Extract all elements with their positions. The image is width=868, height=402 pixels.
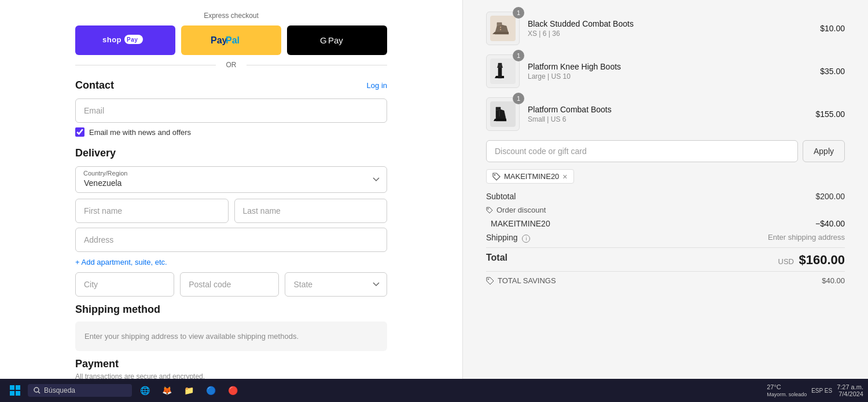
shipping-method-info: Enter your shipping address to view avai… bbox=[84, 332, 299, 341]
svg-text:Pal: Pal bbox=[226, 35, 240, 45]
taskbar: Búsqueda 🌐 🦊 📁 🔵 🔴 27°C Mayorm. soleado … bbox=[0, 379, 868, 402]
postal-field[interactable] bbox=[180, 272, 279, 297]
subtotal-label: Subtotal bbox=[486, 192, 516, 201]
name-row bbox=[75, 199, 387, 223]
taskbar-app-icon-3[interactable]: 📁 bbox=[178, 382, 199, 399]
taskbar-app-icon-5[interactable]: 🔴 bbox=[222, 382, 243, 399]
svg-rect-15 bbox=[10, 385, 14, 390]
order-item-1: 1 Black Studded Combat Boots XS | 6 | 36… bbox=[486, 12, 845, 45]
shipping-title: Shipping method bbox=[75, 304, 387, 316]
svg-point-19 bbox=[34, 388, 39, 392]
svg-point-8 bbox=[500, 27, 501, 28]
taskbar-datetime: 7:27 a.m. 7/4/2024 bbox=[837, 383, 863, 397]
paypal-button[interactable]: Pay Pal bbox=[181, 25, 281, 55]
total-divider bbox=[486, 247, 845, 248]
item-1-price: $10.00 bbox=[820, 24, 845, 33]
taskbar-weather: 27°C Mayorm. soleado bbox=[767, 383, 807, 397]
taskbar-language: ESP ES bbox=[811, 388, 832, 394]
svg-rect-10 bbox=[490, 59, 516, 84]
svg-text:Pay: Pay bbox=[127, 36, 138, 43]
shop-pay-button[interactable]: shop Pay bbox=[75, 25, 175, 55]
state-select[interactable]: State bbox=[285, 272, 387, 297]
discount-coupon-code: MAKEITMINE20 bbox=[491, 219, 550, 228]
shipping-row-label: Shipping i bbox=[486, 233, 530, 243]
address-field[interactable] bbox=[75, 228, 387, 252]
discount-code-row: Order discount bbox=[486, 206, 546, 214]
item-3-variant: Small | US 6 bbox=[528, 115, 807, 123]
discount-row: Apply bbox=[486, 140, 845, 162]
checkout-left-panel: Express checkout shop Pay Pay Pal G Pay bbox=[0, 0, 463, 402]
country-label: Country/Region bbox=[83, 170, 127, 177]
order-item-3: 1 Platform Combat Boots Small | US 6 $15… bbox=[486, 97, 845, 131]
taskbar-search-box[interactable]: Búsqueda bbox=[28, 384, 132, 397]
shop-pay-label: shop Pay bbox=[102, 34, 149, 47]
apply-button[interactable]: Apply bbox=[803, 140, 845, 162]
total-value: $160.00 bbox=[799, 253, 845, 267]
total-currency: USD bbox=[778, 257, 794, 266]
savings-text: TOTAL SAVINGS bbox=[498, 276, 556, 285]
item-2-badge: 1 bbox=[513, 50, 524, 61]
express-buttons-row: shop Pay Pay Pal G Pay bbox=[75, 25, 387, 55]
country-region-wrap: Country/Region Venezuela bbox=[75, 166, 387, 193]
email-news-label: Email me with news and offers bbox=[89, 128, 191, 137]
order-item-2: 1 Platform Knee High Boots Large | US 10… bbox=[486, 54, 845, 88]
express-checkout-label: Express checkout bbox=[75, 12, 387, 20]
item-2-price: $35.00 bbox=[820, 67, 845, 76]
email-news-row: Email me with news and offers bbox=[75, 127, 387, 137]
item-3-details: Platform Combat Boots Small | US 6 bbox=[528, 105, 807, 123]
svg-point-9 bbox=[500, 29, 501, 30]
delivery-title: Delivery bbox=[75, 147, 116, 159]
total-amount-wrap: USD $160.00 bbox=[778, 253, 845, 268]
discount-value: −$40.00 bbox=[815, 219, 845, 228]
gpay-button[interactable]: G Pay bbox=[287, 25, 387, 55]
item-3-name: Platform Combat Boots bbox=[528, 105, 807, 114]
item-3-price: $155.00 bbox=[815, 109, 845, 119]
first-name-field[interactable] bbox=[75, 199, 229, 223]
savings-value: $40.00 bbox=[822, 276, 845, 285]
taskbar-app-icon-1[interactable]: 🌐 bbox=[134, 382, 155, 399]
savings-tag-icon bbox=[486, 277, 494, 285]
total-label: Total bbox=[486, 253, 507, 268]
item-2-details: Platform Knee High Boots Large | US 10 bbox=[528, 62, 812, 81]
coupon-code-label: MAKEITMINE20 bbox=[504, 172, 559, 181]
log-in-link[interactable]: Log in bbox=[367, 81, 387, 90]
coupon-remove-button[interactable]: × bbox=[562, 173, 567, 181]
add-apt-link[interactable]: + Add apartment, suite, etc. bbox=[75, 258, 167, 266]
svg-point-12 bbox=[494, 174, 495, 175]
total-row: Total USD $160.00 bbox=[486, 253, 845, 268]
tag-icon bbox=[492, 173, 501, 181]
svg-text:Pay: Pay bbox=[211, 35, 227, 45]
coupon-tag-wrap: MAKEITMINE20 × bbox=[486, 169, 845, 192]
item-img-wrap-2: 1 bbox=[486, 54, 520, 88]
last-name-field[interactable] bbox=[234, 199, 388, 223]
taskbar-app-icon-4[interactable]: 🔵 bbox=[200, 382, 221, 399]
taskbar-time: 7:27 a.m. bbox=[837, 383, 863, 390]
svg-text:G: G bbox=[320, 35, 327, 45]
discount-input[interactable] bbox=[486, 140, 798, 162]
svg-line-20 bbox=[38, 392, 40, 393]
svg-rect-18 bbox=[16, 391, 20, 396]
contact-title: Contact bbox=[75, 79, 114, 92]
item-img-wrap-3: 1 bbox=[486, 97, 520, 131]
svg-point-13 bbox=[488, 208, 489, 209]
item-1-details: Black Studded Combat Boots XS | 6 | 36 bbox=[528, 19, 812, 38]
item-2-variant: Large | US 10 bbox=[528, 72, 812, 81]
or-divider: OR bbox=[75, 61, 387, 69]
svg-text:Pay: Pay bbox=[328, 35, 343, 45]
subtotal-row: Subtotal $200.00 bbox=[486, 192, 845, 201]
order-summary-panel: 1 Black Studded Combat Boots XS | 6 | 36… bbox=[463, 0, 868, 402]
subtotal-value: $200.00 bbox=[815, 192, 845, 201]
city-field[interactable] bbox=[75, 272, 174, 297]
email-news-checkbox[interactable] bbox=[75, 127, 84, 137]
savings-label-wrap: TOTAL SAVINGS bbox=[486, 276, 556, 285]
email-field[interactable] bbox=[75, 98, 387, 123]
state-wrap: State bbox=[285, 272, 387, 297]
taskbar-system-tray: 27°C Mayorm. soleado ESP ES 7:27 a.m. 7/… bbox=[767, 383, 863, 397]
taskbar-search-label: Búsqueda bbox=[44, 386, 75, 394]
address-row: State bbox=[75, 272, 387, 297]
start-button[interactable] bbox=[5, 382, 25, 399]
coupon-tag: MAKEITMINE20 × bbox=[486, 169, 574, 184]
svg-rect-16 bbox=[16, 385, 20, 390]
order-discount-row: Order discount bbox=[486, 206, 845, 214]
taskbar-app-icon-2[interactable]: 🦊 bbox=[156, 382, 177, 399]
